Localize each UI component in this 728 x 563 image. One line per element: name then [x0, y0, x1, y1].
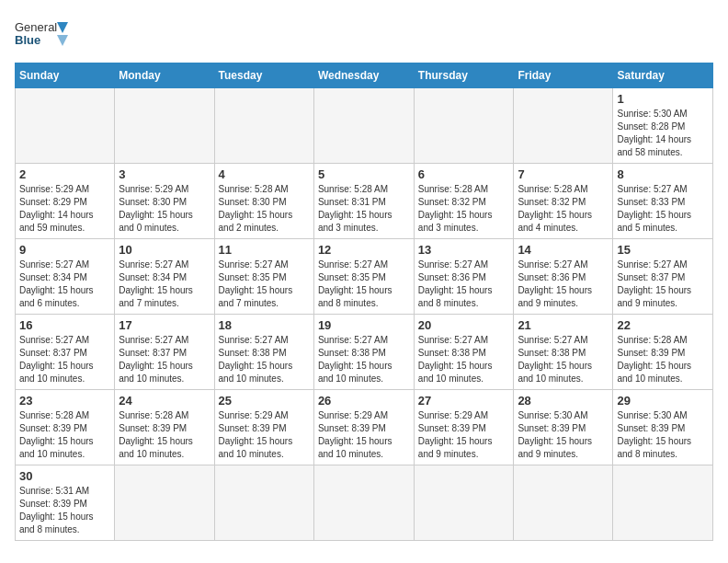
- day-number: 21: [518, 318, 609, 332]
- day-number: 29: [617, 394, 709, 408]
- day-number: 27: [418, 394, 510, 408]
- weekday-header-friday: Friday: [514, 63, 613, 88]
- calendar-week-3: 9Sunrise: 5:27 AM Sunset: 8:34 PM Daylig…: [16, 239, 713, 315]
- calendar-cell: 26Sunrise: 5:29 AM Sunset: 8:39 PM Dayli…: [313, 390, 414, 465]
- calendar-cell: 15Sunrise: 5:27 AM Sunset: 8:37 PM Dayli…: [613, 239, 713, 315]
- day-info: Sunrise: 5:29 AM Sunset: 8:39 PM Dayligh…: [418, 409, 510, 461]
- day-number: 12: [318, 243, 410, 257]
- weekday-header-sunday: Sunday: [16, 63, 115, 88]
- calendar-cell: 28Sunrise: 5:30 AM Sunset: 8:39 PM Dayli…: [514, 390, 613, 465]
- day-number: 13: [418, 243, 510, 257]
- calendar-cell: [613, 465, 713, 541]
- day-info: Sunrise: 5:31 AM Sunset: 8:39 PM Dayligh…: [19, 485, 110, 536]
- day-info: Sunrise: 5:27 AM Sunset: 8:38 PM Dayligh…: [219, 334, 310, 385]
- day-number: 25: [219, 394, 310, 408]
- weekday-header-thursday: Thursday: [414, 63, 514, 88]
- calendar-cell: [115, 88, 214, 164]
- day-info: Sunrise: 5:28 AM Sunset: 8:31 PM Dayligh…: [318, 183, 410, 235]
- calendar-cell: 30Sunrise: 5:31 AM Sunset: 8:39 PM Dayli…: [16, 465, 115, 541]
- day-number: 5: [318, 167, 410, 181]
- day-number: 8: [617, 167, 709, 181]
- weekday-header-row: SundayMondayTuesdayWednesdayThursdayFrid…: [16, 63, 713, 88]
- day-info: Sunrise: 5:27 AM Sunset: 8:37 PM Dayligh…: [19, 334, 110, 385]
- calendar-cell: 8Sunrise: 5:27 AM Sunset: 8:33 PM Daylig…: [613, 164, 713, 239]
- calendar-cell: 1Sunrise: 5:30 AM Sunset: 8:28 PM Daylig…: [613, 88, 713, 164]
- calendar-cell: 19Sunrise: 5:27 AM Sunset: 8:38 PM Dayli…: [313, 315, 414, 390]
- day-info: Sunrise: 5:27 AM Sunset: 8:34 PM Dayligh…: [19, 259, 110, 310]
- day-number: 7: [518, 167, 609, 181]
- calendar-week-2: 2Sunrise: 5:29 AM Sunset: 8:29 PM Daylig…: [16, 164, 713, 239]
- day-info: Sunrise: 5:28 AM Sunset: 8:39 PM Dayligh…: [19, 409, 110, 461]
- day-number: 24: [119, 394, 210, 408]
- calendar-cell: 14Sunrise: 5:27 AM Sunset: 8:36 PM Dayli…: [514, 239, 613, 315]
- day-info: Sunrise: 5:28 AM Sunset: 8:32 PM Dayligh…: [518, 183, 609, 235]
- day-info: Sunrise: 5:27 AM Sunset: 8:37 PM Dayligh…: [617, 259, 709, 310]
- calendar-cell: 7Sunrise: 5:28 AM Sunset: 8:32 PM Daylig…: [514, 164, 613, 239]
- day-info: Sunrise: 5:27 AM Sunset: 8:35 PM Dayligh…: [318, 259, 410, 310]
- calendar-week-5: 23Sunrise: 5:28 AM Sunset: 8:39 PM Dayli…: [16, 390, 713, 465]
- day-number: 15: [617, 243, 709, 257]
- day-number: 20: [418, 318, 510, 332]
- svg-text:General: General: [15, 20, 57, 34]
- calendar-cell: [414, 465, 514, 541]
- day-number: 14: [518, 243, 609, 257]
- day-info: Sunrise: 5:30 AM Sunset: 8:39 PM Dayligh…: [617, 409, 709, 461]
- calendar-cell: 27Sunrise: 5:29 AM Sunset: 8:39 PM Dayli…: [414, 390, 514, 465]
- day-number: 9: [19, 243, 110, 257]
- day-info: Sunrise: 5:27 AM Sunset: 8:34 PM Dayligh…: [119, 259, 210, 310]
- day-info: Sunrise: 5:27 AM Sunset: 8:35 PM Dayligh…: [219, 259, 310, 310]
- calendar-cell: [214, 88, 313, 164]
- day-number: 22: [617, 318, 709, 332]
- calendar-cell: [313, 88, 414, 164]
- calendar-cell: 29Sunrise: 5:30 AM Sunset: 8:39 PM Dayli…: [613, 390, 713, 465]
- calendar-week-1: 1Sunrise: 5:30 AM Sunset: 8:28 PM Daylig…: [16, 88, 713, 164]
- day-info: Sunrise: 5:29 AM Sunset: 8:39 PM Dayligh…: [318, 409, 410, 461]
- day-info: Sunrise: 5:28 AM Sunset: 8:39 PM Dayligh…: [617, 334, 709, 385]
- calendar-cell: 20Sunrise: 5:27 AM Sunset: 8:38 PM Dayli…: [414, 315, 514, 390]
- calendar-cell: 3Sunrise: 5:29 AM Sunset: 8:30 PM Daylig…: [115, 164, 214, 239]
- calendar-cell: [214, 465, 313, 541]
- weekday-header-monday: Monday: [115, 63, 214, 88]
- calendar-cell: [313, 465, 414, 541]
- day-number: 16: [19, 318, 110, 332]
- weekday-header-wednesday: Wednesday: [313, 63, 414, 88]
- day-info: Sunrise: 5:29 AM Sunset: 8:30 PM Dayligh…: [119, 183, 210, 235]
- svg-text:Blue: Blue: [15, 33, 40, 47]
- logo: General Blue: [15, 15, 70, 55]
- day-info: Sunrise: 5:27 AM Sunset: 8:33 PM Dayligh…: [617, 183, 709, 235]
- calendar-cell: 2Sunrise: 5:29 AM Sunset: 8:29 PM Daylig…: [16, 164, 115, 239]
- calendar-cell: 10Sunrise: 5:27 AM Sunset: 8:34 PM Dayli…: [115, 239, 214, 315]
- calendar-table: SundayMondayTuesdayWednesdayThursdayFrid…: [15, 63, 713, 541]
- day-info: Sunrise: 5:29 AM Sunset: 8:39 PM Dayligh…: [219, 409, 310, 461]
- calendar-cell: 24Sunrise: 5:28 AM Sunset: 8:39 PM Dayli…: [115, 390, 214, 465]
- weekday-header-saturday: Saturday: [613, 63, 713, 88]
- day-number: 17: [119, 318, 210, 332]
- day-number: 30: [19, 469, 110, 483]
- calendar-cell: 13Sunrise: 5:27 AM Sunset: 8:36 PM Dayli…: [414, 239, 514, 315]
- day-info: Sunrise: 5:30 AM Sunset: 8:28 PM Dayligh…: [617, 108, 709, 159]
- day-info: Sunrise: 5:27 AM Sunset: 8:38 PM Dayligh…: [518, 334, 609, 385]
- calendar-cell: 23Sunrise: 5:28 AM Sunset: 8:39 PM Dayli…: [16, 390, 115, 465]
- svg-marker-2: [57, 22, 68, 33]
- calendar-week-4: 16Sunrise: 5:27 AM Sunset: 8:37 PM Dayli…: [16, 315, 713, 390]
- logo-svg: General Blue: [15, 15, 70, 55]
- calendar-cell: [514, 88, 613, 164]
- day-number: 23: [19, 394, 110, 408]
- calendar-cell: 4Sunrise: 5:28 AM Sunset: 8:30 PM Daylig…: [214, 164, 313, 239]
- calendar-cell: 6Sunrise: 5:28 AM Sunset: 8:32 PM Daylig…: [414, 164, 514, 239]
- day-number: 3: [119, 167, 210, 181]
- day-info: Sunrise: 5:28 AM Sunset: 8:30 PM Dayligh…: [219, 183, 310, 235]
- day-number: 26: [318, 394, 410, 408]
- calendar-cell: 12Sunrise: 5:27 AM Sunset: 8:35 PM Dayli…: [313, 239, 414, 315]
- calendar-cell: 25Sunrise: 5:29 AM Sunset: 8:39 PM Dayli…: [214, 390, 313, 465]
- day-number: 4: [219, 167, 310, 181]
- calendar-cell: 22Sunrise: 5:28 AM Sunset: 8:39 PM Dayli…: [613, 315, 713, 390]
- calendar-cell: 5Sunrise: 5:28 AM Sunset: 8:31 PM Daylig…: [313, 164, 414, 239]
- day-number: 19: [318, 318, 410, 332]
- day-info: Sunrise: 5:27 AM Sunset: 8:37 PM Dayligh…: [119, 334, 210, 385]
- day-number: 11: [219, 243, 310, 257]
- calendar-cell: [414, 88, 514, 164]
- calendar-cell: 18Sunrise: 5:27 AM Sunset: 8:38 PM Dayli…: [214, 315, 313, 390]
- day-number: 6: [418, 167, 510, 181]
- day-number: 10: [119, 243, 210, 257]
